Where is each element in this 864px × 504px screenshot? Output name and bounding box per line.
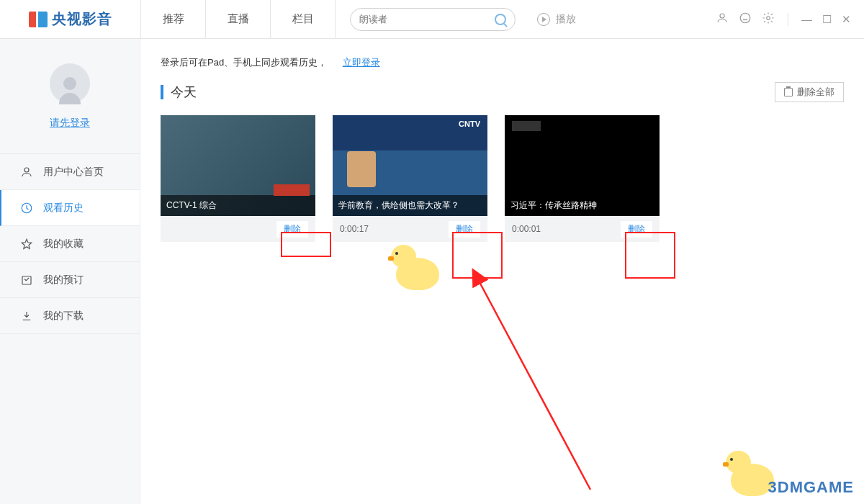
maximize-icon[interactable]: ☐ (822, 13, 832, 26)
tab-columns[interactable]: 栏目 (271, 0, 336, 38)
history-card[interactable]: 学前教育，供给侧也需大改革？ 0:00:17 删除 (333, 115, 487, 242)
user-center-icon (20, 166, 33, 179)
trash-icon (784, 88, 793, 96)
card-footer: 删除 (161, 216, 315, 242)
top-bar: 央视影音 推荐 直播 栏目 播放 — ☐ ✕ (0, 0, 864, 39)
main-tabs: 推荐 直播 栏目 (140, 0, 336, 38)
sidebar-item-label: 我的收藏 (43, 238, 84, 251)
sidebar-item-label: 用户中心首页 (43, 166, 104, 179)
sidebar-item-label: 我的预订 (43, 274, 84, 287)
card-footer: 0:00:01 删除 (505, 216, 660, 242)
close-icon[interactable]: ✕ (842, 13, 851, 26)
video-title: 习近平：传承丝路精神 (505, 195, 660, 216)
logo-icon (29, 12, 48, 27)
search-box[interactable] (350, 8, 516, 31)
video-thumbnail[interactable]: 学前教育，供给侧也需大改革？ (333, 115, 487, 216)
svg-point-0 (720, 14, 724, 18)
sidebar-item-reservations[interactable]: 我的预订 (0, 262, 140, 298)
video-time: 0:00:01 (512, 224, 621, 234)
history-icon (20, 202, 33, 215)
star-icon (20, 238, 33, 251)
delete-button[interactable]: 删除 (621, 221, 652, 238)
play-icon (537, 13, 550, 26)
play-label: 播放 (556, 13, 576, 26)
history-card[interactable]: 习近平：传承丝路精神 0:00:01 删除 (505, 115, 660, 242)
svg-point-1 (740, 13, 750, 23)
search-area (350, 0, 516, 38)
window-controls: — ☐ ✕ (716, 0, 864, 38)
sync-login-link[interactable]: 立即登录 (343, 57, 380, 68)
card-footer: 0:00:17 删除 (333, 216, 487, 242)
delete-button[interactable]: 删除 (276, 221, 308, 238)
message-icon[interactable] (739, 12, 752, 27)
reservation-icon (20, 274, 33, 287)
main-content: 登录后可在Pad、手机上同步观看历史， 立即登录 今天 删除全部 CCTV-1 … (140, 39, 864, 504)
app-name: 央视影音 (52, 9, 112, 29)
minimize-icon[interactable]: — (801, 13, 812, 25)
delete-all-button[interactable]: 删除全部 (775, 82, 844, 102)
history-card[interactable]: CCTV-1 综合 删除 (161, 115, 315, 242)
video-title: CCTV-1 综合 (161, 195, 315, 216)
section-header: 今天 删除全部 (161, 82, 844, 102)
delete-button[interactable]: 删除 (449, 221, 480, 238)
sidebar-item-label: 我的下载 (43, 310, 84, 323)
tab-recommend[interactable]: 推荐 (141, 0, 206, 38)
mascot-overlay (385, 243, 450, 294)
svg-point-3 (24, 168, 29, 172)
tab-live[interactable]: 直播 (206, 0, 271, 38)
video-title: 学前教育，供给侧也需大改革？ (333, 195, 487, 216)
video-time: 0:00:17 (340, 224, 449, 234)
sidebar-item-user-center[interactable]: 用户中心首页 (0, 154, 140, 190)
sidebar-item-downloads[interactable]: 我的下载 (0, 298, 140, 334)
watermark: 3DMGAME (768, 478, 854, 497)
section-bar-icon (161, 85, 163, 99)
sidebar-nav: 用户中心首页 观看历史 我的收藏 我的预订 我的下载 (0, 154, 140, 334)
sidebar: 请先登录 用户中心首页 观看历史 我的收藏 我的预订 我的下载 (0, 39, 140, 504)
download-icon (20, 310, 33, 323)
sidebar-item-history[interactable]: 观看历史 (0, 190, 140, 226)
sidebar-item-favorites[interactable]: 我的收藏 (0, 226, 140, 262)
sidebar-item-label: 观看历史 (43, 202, 84, 215)
avatar[interactable] (50, 63, 90, 104)
search-icon[interactable] (495, 14, 506, 25)
settings-icon[interactable] (762, 12, 775, 27)
avatar-zone: 请先登录 (0, 39, 140, 154)
user-icon[interactable] (716, 12, 729, 27)
history-cards: CCTV-1 综合 删除 学前教育，供给侧也需大改革？ 0:00:17 删除 (161, 115, 844, 242)
search-input[interactable] (359, 14, 495, 24)
video-thumbnail[interactable]: 习近平：传承丝路精神 (505, 115, 660, 216)
video-thumbnail[interactable]: CCTV-1 综合 (161, 115, 315, 216)
login-link[interactable]: 请先登录 (50, 117, 90, 130)
sync-tip: 登录后可在Pad、手机上同步观看历史， 立即登录 (161, 56, 844, 69)
section-title: 今天 (171, 84, 775, 101)
svg-point-2 (767, 17, 770, 20)
app-logo: 央视影音 (0, 0, 140, 38)
play-button[interactable]: 播放 (537, 0, 576, 38)
